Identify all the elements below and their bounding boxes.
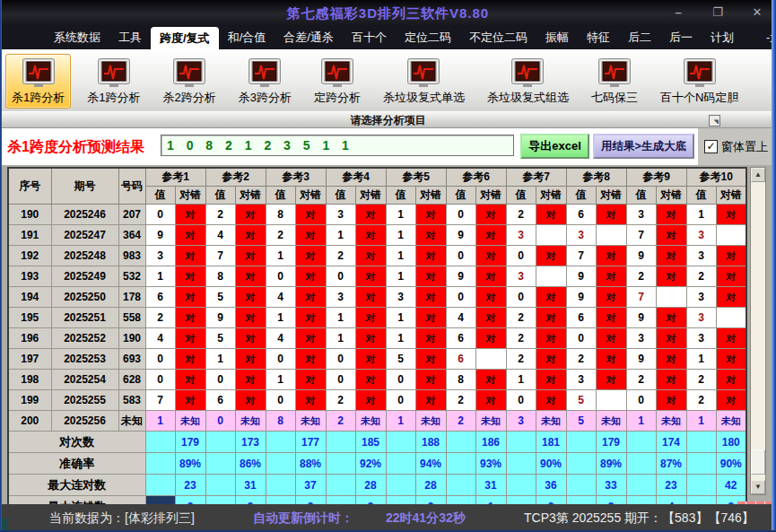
value-cell[interactable]: 0 bbox=[386, 390, 415, 411]
menu-item-10[interactable]: 特征 bbox=[578, 25, 619, 49]
result-cell[interactable]: 对 bbox=[656, 246, 686, 266]
toolbar-button-6[interactable]: 杀垃圾复式单选 bbox=[377, 54, 471, 109]
value-cell[interactable]: 1 bbox=[686, 349, 716, 370]
summary-spacer-cell[interactable] bbox=[386, 475, 415, 496]
summary-spacer-cell[interactable] bbox=[446, 475, 475, 496]
value-cell[interactable]: 2 bbox=[506, 328, 536, 349]
summary-spacer-cell[interactable] bbox=[446, 453, 475, 475]
summary-spacer-cell[interactable] bbox=[266, 453, 295, 475]
scroll-down-arrow-icon[interactable]: ▼ bbox=[751, 480, 765, 494]
result-cell[interactable]: 对 bbox=[656, 328, 686, 349]
value-cell[interactable]: 0 bbox=[145, 349, 175, 370]
value-cell[interactable]: 0 bbox=[266, 390, 295, 411]
value-cell[interactable]: 0 bbox=[266, 349, 295, 370]
result-cell[interactable]: 对 bbox=[355, 328, 386, 349]
result-cell[interactable]: 对 bbox=[596, 205, 626, 225]
summary-spacer-cell[interactable] bbox=[686, 432, 716, 453]
value-cell[interactable]: 6 bbox=[145, 287, 175, 308]
menu-item-4[interactable]: 和/合值 bbox=[219, 25, 275, 49]
scrollbar-thumb[interactable] bbox=[751, 449, 765, 475]
value-cell[interactable]: 0 bbox=[446, 205, 475, 225]
result-cell[interactable]: 未知 bbox=[596, 411, 626, 432]
value-cell[interactable]: 5 bbox=[386, 349, 415, 370]
result-cell[interactable] bbox=[475, 349, 506, 370]
value-cell[interactable]: 0 bbox=[145, 205, 175, 225]
result-cell[interactable]: 未知 bbox=[536, 411, 566, 432]
result-cell[interactable]: 对 bbox=[475, 205, 506, 225]
number-cell[interactable]: 178 bbox=[118, 287, 145, 308]
value-cell[interactable]: 4 bbox=[266, 287, 295, 308]
result-cell[interactable] bbox=[716, 308, 746, 328]
value-cell[interactable]: 2 bbox=[506, 308, 536, 328]
result-cell[interactable]: 对 bbox=[295, 205, 326, 225]
result-cell[interactable]: 对 bbox=[235, 225, 266, 246]
result-cell[interactable]: 对 bbox=[175, 328, 205, 349]
result-cell[interactable]: 对 bbox=[415, 328, 446, 349]
value-cell[interactable]: 2 bbox=[205, 205, 235, 225]
summary-value-cell[interactable]: 177 bbox=[295, 432, 326, 453]
menu-item-2[interactable]: 工具 bbox=[109, 25, 151, 49]
result-cell[interactable]: 对 bbox=[596, 287, 626, 308]
result-cell[interactable]: 对 bbox=[175, 266, 205, 287]
result-cell[interactable]: 对 bbox=[475, 287, 506, 308]
summary-value-cell[interactable]: 90% bbox=[716, 453, 746, 475]
prediction-result-input[interactable] bbox=[161, 135, 514, 156]
value-cell[interactable]: 1 bbox=[386, 246, 415, 266]
value-cell[interactable]: 2 bbox=[326, 411, 355, 432]
value-cell[interactable]: 3 bbox=[626, 328, 656, 349]
result-cell[interactable]: 对 bbox=[235, 349, 266, 370]
value-cell[interactable]: 9 bbox=[626, 308, 656, 328]
summary-label[interactable]: 准确率 bbox=[8, 453, 145, 475]
summary-value-cell[interactable]: 186 bbox=[475, 432, 506, 453]
result-cell[interactable]: 对 bbox=[415, 205, 446, 225]
result-cell[interactable]: 对 bbox=[475, 370, 506, 390]
value-cell[interactable]: 3 bbox=[686, 225, 716, 246]
summary-value-cell[interactable]: 90% bbox=[536, 453, 566, 475]
result-cell[interactable] bbox=[596, 225, 626, 246]
value-cell[interactable]: 2 bbox=[145, 308, 175, 328]
number-cell[interactable]: 628 bbox=[118, 370, 145, 390]
result-cell[interactable]: 对 bbox=[235, 287, 266, 308]
summary-value-cell[interactable]: 23 bbox=[656, 475, 686, 496]
result-cell[interactable]: 对 bbox=[175, 370, 205, 390]
value-cell[interactable]: 8 bbox=[266, 205, 295, 225]
result-cell[interactable]: 对 bbox=[415, 246, 446, 266]
value-cell[interactable]: 2 bbox=[626, 370, 656, 390]
value-cell[interactable]: 1 bbox=[145, 411, 175, 432]
value-cell[interactable]: 1 bbox=[326, 225, 355, 246]
menu-item-5[interactable]: 合差/通杀 bbox=[275, 25, 343, 49]
seq-cell[interactable]: 193 bbox=[8, 266, 51, 287]
summary-value-cell[interactable]: 173 bbox=[235, 432, 266, 453]
toolbar-button-9[interactable]: 百十个N码定胆 bbox=[654, 54, 745, 109]
result-cell[interactable]: 对 bbox=[475, 225, 506, 246]
value-cell[interactable]: 1 bbox=[386, 411, 415, 432]
value-cell[interactable]: 0 bbox=[326, 266, 355, 287]
menu-item-6[interactable]: 百十个 bbox=[343, 25, 396, 49]
number-cell[interactable]: 364 bbox=[118, 225, 145, 246]
value-cell[interactable]: 7 bbox=[145, 390, 175, 411]
menu-item-3[interactable]: 跨度/复式 bbox=[151, 27, 219, 49]
summary-spacer-cell[interactable] bbox=[506, 432, 536, 453]
value-cell[interactable]: 0 bbox=[326, 349, 355, 370]
number-cell[interactable]: 532 bbox=[118, 266, 145, 287]
value-cell[interactable]: 2 bbox=[686, 390, 716, 411]
result-cell[interactable]: 对 bbox=[536, 287, 566, 308]
value-cell[interactable]: 1 bbox=[386, 308, 415, 328]
seq-cell[interactable]: 197 bbox=[8, 349, 51, 370]
export-excel-button[interactable]: 导出excel bbox=[520, 134, 589, 159]
number-cell[interactable]: 未知 bbox=[118, 411, 145, 432]
value-cell[interactable]: 9 bbox=[566, 266, 596, 287]
period-cell[interactable]: 2025254 bbox=[51, 370, 118, 390]
value-cell[interactable]: 2 bbox=[626, 266, 656, 287]
value-cell[interactable]: 2 bbox=[326, 246, 355, 266]
summary-value-cell[interactable]: 185 bbox=[355, 432, 386, 453]
value-cell[interactable]: 9 bbox=[446, 266, 475, 287]
seq-cell[interactable]: 198 bbox=[8, 370, 51, 390]
minimize-button[interactable]: – bbox=[665, 4, 692, 22]
summary-spacer-cell[interactable] bbox=[566, 475, 596, 496]
number-cell[interactable]: 558 bbox=[118, 308, 145, 328]
value-cell[interactable]: 3 bbox=[145, 246, 175, 266]
summary-spacer-cell[interactable] bbox=[626, 453, 656, 475]
value-cell[interactable]: 3 bbox=[506, 266, 536, 287]
seq-cell[interactable]: 194 bbox=[8, 287, 51, 308]
